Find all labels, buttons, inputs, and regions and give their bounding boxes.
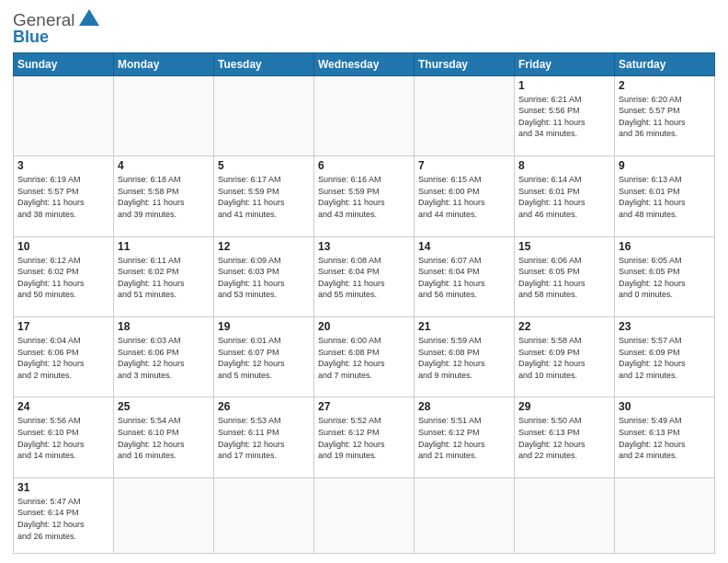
calendar-cell <box>314 75 415 155</box>
day-info: Sunrise: 5:59 AM Sunset: 6:08 PM Dayligh… <box>418 335 510 381</box>
day-number: 22 <box>518 320 610 333</box>
col-header-saturday: Saturday <box>615 52 715 75</box>
calendar-week-3: 10Sunrise: 6:12 AM Sunset: 6:02 PM Dayli… <box>14 236 715 316</box>
day-info: Sunrise: 6:19 AM Sunset: 5:57 PM Dayligh… <box>17 174 109 220</box>
day-number: 26 <box>218 400 310 413</box>
calendar-cell: 12Sunrise: 6:09 AM Sunset: 6:03 PM Dayli… <box>214 236 314 316</box>
day-info: Sunrise: 5:52 AM Sunset: 6:12 PM Dayligh… <box>318 415 410 461</box>
day-info: Sunrise: 6:07 AM Sunset: 6:04 PM Dayligh… <box>418 255 510 301</box>
day-number: 30 <box>619 400 711 413</box>
day-number: 9 <box>619 159 711 172</box>
day-number: 19 <box>218 320 310 333</box>
day-info: Sunrise: 6:16 AM Sunset: 5:59 PM Dayligh… <box>318 174 410 220</box>
calendar-cell: 15Sunrise: 6:06 AM Sunset: 6:05 PM Dayli… <box>515 236 615 316</box>
calendar-cell: 30Sunrise: 5:49 AM Sunset: 6:13 PM Dayli… <box>615 397 715 477</box>
calendar-cell <box>615 477 715 553</box>
calendar-cell: 25Sunrise: 5:54 AM Sunset: 6:10 PM Dayli… <box>114 397 214 477</box>
day-number: 21 <box>418 320 510 333</box>
day-info: Sunrise: 6:01 AM Sunset: 6:07 PM Dayligh… <box>218 335 310 381</box>
day-info: Sunrise: 6:14 AM Sunset: 6:01 PM Dayligh… <box>518 174 610 220</box>
calendar-cell: 1Sunrise: 6:21 AM Sunset: 5:56 PM Daylig… <box>515 75 615 155</box>
day-info: Sunrise: 5:54 AM Sunset: 6:10 PM Dayligh… <box>118 415 210 461</box>
calendar-cell: 26Sunrise: 5:53 AM Sunset: 6:11 PM Dayli… <box>214 397 314 477</box>
day-number: 7 <box>418 159 510 172</box>
calendar-cell: 27Sunrise: 5:52 AM Sunset: 6:12 PM Dayli… <box>314 397 415 477</box>
day-number: 31 <box>17 481 109 494</box>
day-info: Sunrise: 5:57 AM Sunset: 6:09 PM Dayligh… <box>619 335 711 381</box>
calendar-cell: 17Sunrise: 6:04 AM Sunset: 6:06 PM Dayli… <box>14 316 114 396</box>
day-number: 17 <box>17 320 109 333</box>
calendar-cell <box>415 75 515 155</box>
day-number: 27 <box>318 400 410 413</box>
svg-marker-0 <box>79 9 99 26</box>
day-number: 18 <box>118 320 210 333</box>
day-info: Sunrise: 6:03 AM Sunset: 6:06 PM Dayligh… <box>118 335 210 381</box>
col-header-friday: Friday <box>515 52 615 75</box>
day-number: 6 <box>318 159 410 172</box>
calendar-cell: 24Sunrise: 5:56 AM Sunset: 6:10 PM Dayli… <box>14 397 114 477</box>
calendar-cell: 18Sunrise: 6:03 AM Sunset: 6:06 PM Dayli… <box>114 316 214 396</box>
calendar-cell: 20Sunrise: 6:00 AM Sunset: 6:08 PM Dayli… <box>314 316 415 396</box>
day-number: 1 <box>518 79 610 92</box>
calendar-cell: 22Sunrise: 5:58 AM Sunset: 6:09 PM Dayli… <box>515 316 615 396</box>
calendar-cell <box>415 477 515 553</box>
day-info: Sunrise: 5:58 AM Sunset: 6:09 PM Dayligh… <box>518 335 610 381</box>
calendar-week-2: 3Sunrise: 6:19 AM Sunset: 5:57 PM Daylig… <box>14 156 715 236</box>
day-info: Sunrise: 6:09 AM Sunset: 6:03 PM Dayligh… <box>218 255 310 301</box>
calendar-cell: 31Sunrise: 5:47 AM Sunset: 6:14 PM Dayli… <box>14 477 114 553</box>
day-info: Sunrise: 6:11 AM Sunset: 6:02 PM Dayligh… <box>118 255 210 301</box>
day-info: Sunrise: 6:05 AM Sunset: 6:05 PM Dayligh… <box>619 255 711 301</box>
calendar-cell: 14Sunrise: 6:07 AM Sunset: 6:04 PM Dayli… <box>415 236 515 316</box>
calendar-cell: 23Sunrise: 5:57 AM Sunset: 6:09 PM Dayli… <box>615 316 715 396</box>
day-info: Sunrise: 5:53 AM Sunset: 6:11 PM Dayligh… <box>218 415 310 461</box>
day-info: Sunrise: 6:17 AM Sunset: 5:59 PM Dayligh… <box>218 174 310 220</box>
calendar-header-row: SundayMondayTuesdayWednesdayThursdayFrid… <box>14 52 715 75</box>
day-number: 8 <box>518 159 610 172</box>
day-number: 5 <box>218 159 310 172</box>
day-number: 28 <box>418 400 510 413</box>
day-number: 25 <box>118 400 210 413</box>
calendar-cell: 5Sunrise: 6:17 AM Sunset: 5:59 PM Daylig… <box>214 156 314 236</box>
calendar-cell <box>14 75 114 155</box>
col-header-thursday: Thursday <box>415 52 515 75</box>
day-info: Sunrise: 5:49 AM Sunset: 6:13 PM Dayligh… <box>619 415 711 461</box>
day-number: 23 <box>619 320 711 333</box>
day-number: 13 <box>318 240 410 253</box>
day-info: Sunrise: 6:21 AM Sunset: 5:56 PM Dayligh… <box>518 94 610 140</box>
day-number: 10 <box>17 240 109 253</box>
col-header-wednesday: Wednesday <box>314 52 415 75</box>
day-number: 12 <box>218 240 310 253</box>
logo-blue: Blue <box>13 28 99 47</box>
calendar-week-1: 1Sunrise: 6:21 AM Sunset: 5:56 PM Daylig… <box>14 75 715 155</box>
calendar-cell <box>515 477 615 553</box>
calendar-cell <box>214 477 314 553</box>
calendar-week-6: 31Sunrise: 5:47 AM Sunset: 6:14 PM Dayli… <box>14 477 715 553</box>
day-number: 2 <box>619 79 711 92</box>
day-info: Sunrise: 6:13 AM Sunset: 6:01 PM Dayligh… <box>619 174 711 220</box>
day-number: 4 <box>118 159 210 172</box>
calendar-week-4: 17Sunrise: 6:04 AM Sunset: 6:06 PM Dayli… <box>14 316 715 396</box>
calendar-cell: 28Sunrise: 5:51 AM Sunset: 6:12 PM Dayli… <box>415 397 515 477</box>
logo: General Blue <box>13 9 99 47</box>
calendar-cell: 7Sunrise: 6:15 AM Sunset: 6:00 PM Daylig… <box>415 156 515 236</box>
day-number: 24 <box>17 400 109 413</box>
col-header-monday: Monday <box>114 52 214 75</box>
calendar-cell <box>114 75 214 155</box>
calendar-cell: 29Sunrise: 5:50 AM Sunset: 6:13 PM Dayli… <box>515 397 615 477</box>
page: General Blue SundayMondayTuesdayWednesda… <box>0 0 728 563</box>
calendar-cell: 8Sunrise: 6:14 AM Sunset: 6:01 PM Daylig… <box>515 156 615 236</box>
day-info: Sunrise: 6:12 AM Sunset: 6:02 PM Dayligh… <box>17 255 109 301</box>
day-info: Sunrise: 6:04 AM Sunset: 6:06 PM Dayligh… <box>17 335 109 381</box>
calendar-cell <box>314 477 415 553</box>
day-number: 16 <box>619 240 711 253</box>
day-info: Sunrise: 6:18 AM Sunset: 5:58 PM Dayligh… <box>118 174 210 220</box>
day-number: 3 <box>17 159 109 172</box>
calendar-week-5: 24Sunrise: 5:56 AM Sunset: 6:10 PM Dayli… <box>14 397 715 477</box>
day-number: 11 <box>118 240 210 253</box>
calendar-cell <box>114 477 214 553</box>
col-header-sunday: Sunday <box>14 52 114 75</box>
day-number: 15 <box>518 240 610 253</box>
day-info: Sunrise: 5:51 AM Sunset: 6:12 PM Dayligh… <box>418 415 510 461</box>
day-info: Sunrise: 5:50 AM Sunset: 6:13 PM Dayligh… <box>518 415 610 461</box>
calendar-cell: 21Sunrise: 5:59 AM Sunset: 6:08 PM Dayli… <box>415 316 515 396</box>
